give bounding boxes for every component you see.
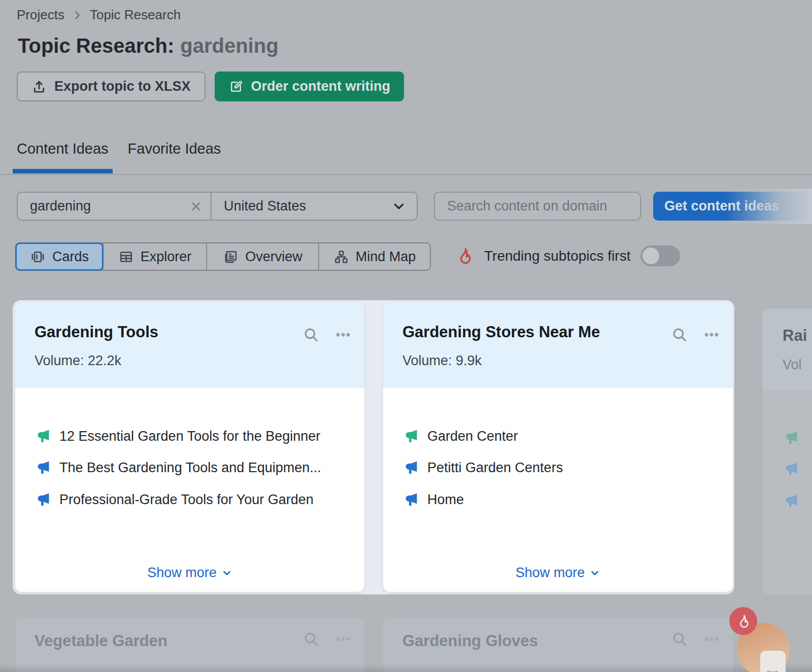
breadcrumb-current: Topic Research (90, 7, 181, 23)
trending-subtopics-label: Trending subtopics first (484, 248, 630, 264)
tab-content-ideas[interactable]: Content Ideas (17, 140, 109, 170)
export-topic-button[interactable]: Export topic to XLSX (17, 72, 206, 101)
get-content-ideas-button[interactable]: Get content ideas (653, 192, 812, 221)
idea-item[interactable]: Petitti Garden Centers (403, 456, 723, 479)
order-content-writing-button[interactable]: Order content writing (215, 72, 404, 101)
view-switcher: Cards Explorer Overview Mind Map (15, 242, 431, 271)
mindmap-icon (333, 249, 349, 265)
cards-icon (30, 249, 46, 265)
card-title: Gardening Gloves (402, 632, 538, 650)
card-header: Gardening Stores Near Me Volume: 9.9k (383, 303, 733, 388)
upload-icon (31, 79, 47, 94)
idea-text: Garden Center (427, 429, 518, 444)
view-cards-label: Cards (52, 249, 89, 265)
breadcrumb-link-projects[interactable]: Projects (17, 7, 64, 23)
more-options-icon[interactable] (703, 630, 720, 648)
report-icon (223, 249, 239, 265)
chat-avatar-face (760, 651, 786, 672)
domain-search-input[interactable] (434, 192, 641, 221)
search-icon[interactable] (302, 630, 320, 648)
chevron-down-icon (589, 568, 600, 579)
show-more-label: Show more (147, 565, 217, 581)
view-cards-button[interactable]: Cards (16, 243, 104, 270)
chevron-down-icon (221, 568, 232, 579)
flame-icon (455, 246, 474, 265)
view-mindmap-button[interactable]: Mind Map (319, 243, 430, 270)
card-header: Gardening Tools Volume: 22.2k (15, 303, 364, 388)
flame-badge (729, 607, 757, 635)
search-icon[interactable] (302, 326, 320, 343)
show-more-link[interactable]: Show more (383, 565, 733, 581)
country-select[interactable]: United States (212, 193, 417, 220)
idea-item[interactable]: The Best Gardening Tools and Equipmen... (36, 456, 354, 479)
trending-toggle[interactable] (640, 245, 680, 266)
view-explorer-label: Explorer (141, 249, 192, 265)
view-mindmap-label: Mind Map (356, 249, 416, 265)
idea-item[interactable]: Garden Center (403, 425, 723, 447)
search-icon[interactable] (671, 630, 688, 648)
subtopic-card-gardening-gloves: Gardening Gloves (383, 618, 733, 672)
toolbar: Export topic to XLSX Order content writi… (17, 72, 404, 101)
subtopic-card-gardening-tools: Gardening Tools Volume: 22.2k 12 Essenti… (15, 303, 364, 592)
megaphone-icon (403, 492, 419, 508)
export-topic-label: Export topic to XLSX (54, 79, 191, 94)
topic-query-wrap (18, 193, 212, 220)
idea-item[interactable]: Professional-Grade Tools for Your Garden (36, 488, 354, 511)
tab-divider (0, 174, 812, 175)
show-more-link[interactable]: Show more (15, 565, 364, 581)
card-title: Gardening Tools (35, 323, 158, 341)
megaphone-icon (36, 492, 51, 508)
topic-research-page: Projects Topic Research Topic Research:g… (0, 0, 812, 672)
idea-text: Petitti Garden Centers (427, 460, 563, 476)
card-volume: Volume: 22.2k (35, 353, 121, 369)
topic-search-input[interactable] (18, 198, 211, 214)
megaphone-icon (784, 493, 799, 509)
more-options-icon[interactable] (334, 326, 352, 343)
idea-text: Professional-Grade Tools for Your Garden (59, 492, 314, 508)
topic-search-group: United States (17, 192, 418, 221)
view-overview-label: Overview (245, 249, 302, 265)
card-volume: Volume: 9.9k (402, 353, 482, 369)
megaphone-icon (784, 462, 799, 477)
subtopic-card-gardening-stores-near-me: Gardening Stores Near Me Volume: 9.9k Ga… (383, 303, 733, 592)
card-title: Gardening Stores Near Me (402, 323, 600, 341)
chevron-right-icon (72, 10, 83, 21)
megaphone-icon (36, 460, 51, 476)
clear-query-icon[interactable] (189, 200, 202, 213)
more-options-icon[interactable] (334, 630, 352, 648)
card-title: Vegetable Garden (35, 632, 167, 650)
table-icon (118, 249, 134, 265)
show-more-label: Show more (516, 565, 585, 581)
smile-icon (765, 666, 780, 672)
idea-text: Home (427, 492, 464, 508)
megaphone-icon (403, 429, 419, 444)
country-select-value: United States (224, 198, 306, 214)
tab-bar: Content Ideas Favorite Ideas (17, 140, 221, 170)
card-volume-fragment: Vol (783, 357, 802, 373)
view-overview-button[interactable]: Overview (207, 243, 319, 270)
trending-subtopics-control: Trending subtopics first (455, 245, 680, 266)
chat-widget[interactable] (729, 607, 812, 672)
tab-favorite-ideas[interactable]: Favorite Ideas (128, 140, 221, 170)
order-content-writing-label: Order content writing (251, 79, 391, 94)
megaphone-icon (784, 430, 799, 446)
compose-icon (228, 79, 244, 94)
breadcrumb: Projects Topic Research (17, 7, 181, 23)
view-explorer-button[interactable]: Explorer (104, 243, 207, 270)
idea-text: The Best Gardening Tools and Equipmen... (59, 460, 321, 476)
page-title: Topic Research:gardening (18, 34, 279, 57)
subtopic-card-partial-right: Rai Vol (762, 308, 812, 594)
more-options-icon[interactable] (703, 326, 720, 343)
page-title-prefix: Topic Research: (18, 34, 174, 57)
card-header: Rai Vol (762, 308, 812, 390)
idea-item[interactable]: Home (403, 488, 723, 511)
idea-item[interactable]: 12 Essential Garden Tools for the Beginn… (36, 425, 354, 447)
chevron-down-icon (391, 199, 407, 214)
idea-text: 12 Essential Garden Tools for the Beginn… (59, 429, 320, 444)
toggle-knob (642, 247, 659, 264)
subtopic-card-vegetable-garden: Vegetable Garden (15, 618, 364, 672)
page-title-topic: gardening (180, 34, 278, 57)
megaphone-icon (36, 429, 51, 444)
search-icon[interactable] (671, 326, 688, 343)
flame-icon (736, 614, 751, 629)
